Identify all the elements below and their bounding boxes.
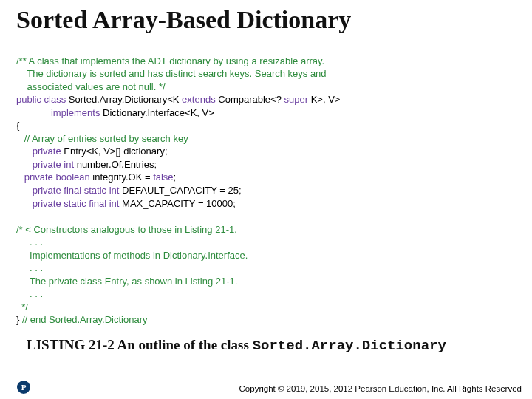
listing-caption: LISTING 21-2 An outline of the class Sor…: [27, 337, 516, 354]
keyword: implements: [16, 107, 103, 118]
comment-line: */: [16, 301, 28, 313]
code-text: ;: [174, 171, 177, 183]
code-text: Entry<K, V>[] dictionary;: [64, 146, 167, 157]
slide-body: Sorted Array-Based Dictionary /** A clas…: [0, 0, 532, 354]
keyword: private static final int: [16, 198, 122, 209]
comment-line: The private class Entry, as shown in Lis…: [16, 276, 237, 287]
svg-text:P: P: [21, 383, 27, 392]
pearson-logo-icon: P: [16, 380, 31, 395]
code-text: Dictionary.Interface<K, V>: [103, 107, 214, 118]
code-text: Sorted.Array.Dictionary<K: [69, 94, 182, 105]
code-text: }: [16, 314, 22, 325]
keyword: private int: [16, 159, 77, 170]
code-text: K>, V>: [311, 94, 341, 105]
code-text: Comparable<?: [218, 94, 284, 105]
code-text: integrity.OK =: [92, 171, 153, 183]
code-text: number.Of.Entries;: [77, 159, 157, 170]
comment-line: Implementations of methods in Dictionary…: [16, 250, 248, 261]
code-block: /** A class that implements the ADT dict…: [16, 41, 516, 327]
comment-line: /** A class that implements the ADT dict…: [16, 55, 324, 66]
comment-line: // Array of entries sorted by search key: [16, 133, 188, 144]
comment-line: The dictionary is sorted and has distinc…: [16, 68, 327, 79]
keyword: private: [16, 146, 64, 157]
comment-line: associated values are not null. */: [16, 81, 166, 92]
copyright-footer: Copyright © 2019, 2015, 2012 Pearson Edu…: [239, 384, 522, 393]
code-text: {: [16, 120, 19, 131]
keyword: private boolean: [16, 171, 92, 183]
comment-line: . . .: [16, 262, 43, 273]
code-text: MAX_CAPACITY = 10000;: [122, 198, 236, 209]
slide-title: Sorted Array-Based Dictionary: [16, 6, 516, 34]
comment-line: . . .: [16, 288, 43, 299]
comment-line: /* < Constructors analogous to those in …: [16, 224, 237, 235]
keyword: false: [153, 171, 173, 183]
comment-line: . . .: [16, 236, 43, 248]
code-text: DEFAULT_CAPACITY = 25;: [122, 185, 241, 196]
keyword: public class: [16, 94, 69, 105]
keyword: private final static int: [16, 185, 122, 196]
caption-lead: LISTING 21-2 An outline of the class: [27, 337, 253, 352]
keyword: extends: [182, 94, 218, 105]
comment-line: // end Sorted.Array.Dictionary: [22, 314, 148, 325]
keyword: super: [284, 94, 311, 105]
caption-classname: Sorted.Array.Dictionary: [253, 338, 446, 354]
